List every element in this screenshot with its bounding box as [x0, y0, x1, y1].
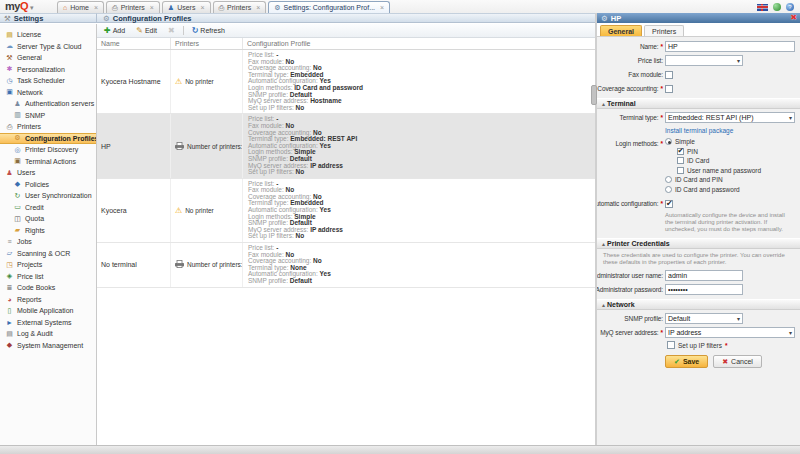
- sidebar-item[interactable]: External Systems: [0, 317, 96, 329]
- sidebar-item[interactable]: Terminal Actions: [0, 156, 96, 168]
- tab-close-icon[interactable]: [380, 4, 384, 11]
- login-option-control[interactable]: [665, 138, 672, 145]
- refresh-button[interactable]: Refresh: [189, 25, 228, 36]
- login-method-option[interactable]: User name and password: [677, 167, 761, 174]
- login-method-option[interactable]: PIN: [677, 148, 761, 155]
- server-status-icon[interactable]: [773, 3, 781, 11]
- sidebar-item[interactable]: Quota: [0, 213, 96, 225]
- login-option-control[interactable]: [665, 186, 672, 193]
- administrator-user-name-field[interactable]: [665, 270, 743, 281]
- administrator-password-field[interactable]: [665, 284, 743, 295]
- sidebar-item[interactable]: Network: [0, 87, 96, 99]
- fax-module-checkbox[interactable]: [665, 71, 673, 79]
- terminal-type-select[interactable]: Embedded: REST API (HP): [665, 112, 795, 123]
- sidebar-item[interactable]: Scanning & OCR: [0, 248, 96, 260]
- profile-gear-icon: [601, 14, 608, 23]
- printer-icon: [175, 142, 184, 151]
- app-tab[interactable]: Settings: Configuration Prof...: [268, 1, 390, 13]
- tab-close-icon[interactable]: [94, 4, 98, 11]
- column-header-name[interactable]: Name: [97, 38, 171, 49]
- sidebar-item-icon: [13, 203, 22, 211]
- coverage-accounting-checkbox[interactable]: [665, 85, 673, 93]
- terminal-section-header[interactable]: Terminal: [597, 98, 800, 109]
- sidebar-item[interactable]: Log & Audit: [0, 328, 96, 340]
- sidebar-item[interactable]: SNMP: [0, 110, 96, 122]
- sidebar-item[interactable]: User Synchronization: [0, 190, 96, 202]
- sidebar-item[interactable]: Configuration Profiles: [0, 133, 96, 145]
- column-header-profile[interactable]: Configuration Profile: [243, 38, 595, 49]
- login-option-control[interactable]: [677, 157, 684, 164]
- sidebar-item[interactable]: Mobile Application: [0, 305, 96, 317]
- sidebar-item[interactable]: Personalization: [0, 64, 96, 76]
- price-list-select[interactable]: [665, 55, 743, 66]
- sidebar-item[interactable]: General: [0, 52, 96, 64]
- table-row[interactable]: No terminal Number of printers: 35 Price…: [97, 243, 595, 288]
- sidebar-item[interactable]: Printer Discovery: [0, 144, 96, 156]
- printer-status: Number of printers: 35: [187, 261, 243, 268]
- sidebar-item-icon: [5, 42, 14, 50]
- edit-button[interactable]: Edit: [133, 25, 160, 36]
- login-option-control[interactable]: [665, 176, 672, 183]
- install-terminal-package-link[interactable]: Install terminal package: [665, 127, 733, 134]
- sidebar-item-icon: [5, 77, 14, 85]
- app-tab[interactable]: Users: [162, 1, 211, 13]
- add-button[interactable]: Add: [101, 25, 128, 36]
- sidebar-item[interactable]: Price list: [0, 271, 96, 283]
- save-button[interactable]: Save: [665, 355, 708, 368]
- myq-server-address-select[interactable]: IP address: [665, 327, 795, 338]
- table-row[interactable]: Kyocera Hostname No printer Price list: …: [97, 50, 595, 114]
- automatic-configuration-checkbox[interactable]: [665, 200, 673, 208]
- printer-credentials-section-header[interactable]: Printer Credentials: [597, 238, 800, 249]
- login-method-option[interactable]: ID Card and password: [665, 186, 761, 193]
- sidebar-item[interactable]: Users: [0, 167, 96, 179]
- table-row[interactable]: Kyocera No printer Price list: - Fax mod…: [97, 179, 595, 243]
- sidebar-item-icon: [5, 272, 14, 280]
- sidebar-item[interactable]: Printers: [0, 121, 96, 133]
- snmp-profile-select[interactable]: Default: [665, 313, 743, 324]
- login-method-option[interactable]: ID Card: [677, 157, 761, 164]
- sidebar-item[interactable]: Jobs: [0, 236, 96, 248]
- sidebar-item[interactable]: Rights: [0, 225, 96, 237]
- sidebar-item-icon: [13, 134, 22, 142]
- name-field[interactable]: [665, 41, 795, 52]
- tab-close-icon[interactable]: [256, 4, 260, 11]
- sidebar-header: Settings: [0, 13, 97, 23]
- panel-tab[interactable]: Printers: [644, 25, 684, 36]
- language-flag-icon[interactable]: [757, 4, 768, 11]
- app-tab[interactable]: Printers: [106, 1, 160, 13]
- row-profile-details: Price list: - Fax module: No Coverage ac…: [243, 179, 595, 242]
- setup-ip-filters-checkbox[interactable]: [667, 341, 675, 349]
- login-method-option[interactable]: Simple: [665, 138, 761, 145]
- panel-close-icon[interactable]: [790, 13, 797, 23]
- login-method-option[interactable]: ID Card and PIN: [665, 176, 761, 183]
- sidebar-item[interactable]: Reports: [0, 294, 96, 306]
- sidebar-item[interactable]: Policies: [0, 179, 96, 191]
- tab-close-icon[interactable]: [200, 4, 204, 11]
- column-header-printers[interactable]: Printers: [171, 38, 243, 49]
- sidebar-item[interactable]: Credit: [0, 202, 96, 214]
- myq-logo[interactable]: myQ▾: [5, 0, 33, 13]
- login-option-label: ID Card: [687, 157, 709, 164]
- sidebar-item-label: Network: [17, 89, 43, 96]
- sidebar-item[interactable]: Server Type & Cloud: [0, 41, 96, 53]
- panel-tab[interactable]: General: [600, 25, 642, 36]
- sidebar-item[interactable]: Task Scheduler: [0, 75, 96, 87]
- app-tab[interactable]: Printers: [213, 1, 267, 13]
- tab-close-icon[interactable]: [150, 4, 154, 11]
- network-section-header[interactable]: Network: [597, 299, 800, 310]
- logo-dropdown-caret[interactable]: ▾: [30, 4, 33, 11]
- login-option-control[interactable]: [677, 148, 684, 155]
- sidebar-item[interactable]: System Management: [0, 340, 96, 352]
- sidebar-item-label: SNMP: [25, 112, 45, 119]
- sidebar-item[interactable]: Authentication servers: [0, 98, 96, 110]
- sidebar-item[interactable]: Projects: [0, 259, 96, 271]
- fax-module-label: Fax module:: [597, 69, 663, 80]
- help-icon[interactable]: [786, 3, 794, 11]
- app-tab[interactable]: Home: [57, 1, 104, 13]
- login-option-control[interactable]: [677, 167, 684, 174]
- sidebar-item[interactable]: License: [0, 29, 96, 41]
- delete-button[interactable]: [165, 25, 178, 36]
- cancel-button[interactable]: Cancel: [713, 355, 762, 368]
- sidebar-item[interactable]: Code Books: [0, 282, 96, 294]
- table-row[interactable]: HP Number of printers: 1 Price list: - F…: [97, 114, 595, 178]
